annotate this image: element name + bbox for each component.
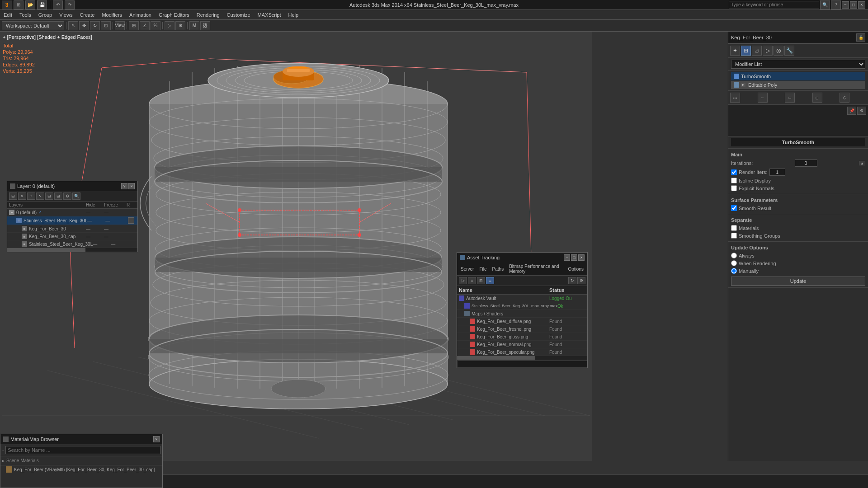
layer-check-keg-30l[interactable] <box>128 217 134 224</box>
layer-tb-options-btn[interactable]: ⚙ <box>63 192 71 200</box>
render-iters-input[interactable] <box>769 169 785 176</box>
menu-animation[interactable]: Animation <box>126 11 155 19</box>
asset-tb-settings-btn[interactable]: ⚙ <box>577 277 585 284</box>
render-iters-checkbox[interactable] <box>731 169 737 175</box>
help-btn[interactable]: ? <box>831 0 841 9</box>
sub-element-icon[interactable]: ⬡ <box>840 93 849 103</box>
editable-poly-expand-icon[interactable]: ▸ <box>741 83 745 87</box>
render-frame-btn[interactable]: 🖼 <box>200 21 210 30</box>
asset-tb-btn3[interactable]: ⊞ <box>477 277 485 284</box>
asset-tracking-titlebar[interactable]: Asset Tracking − □ × <box>457 253 587 263</box>
ref-coord-btn[interactable]: View <box>115 21 125 30</box>
workspace-dropdown[interactable]: Workspace: Default <box>2 21 64 30</box>
update-button[interactable]: Update <box>731 277 865 286</box>
asset-tb-refresh-btn[interactable]: ↻ <box>568 277 576 284</box>
smoothing-groups-checkbox[interactable] <box>731 233 737 239</box>
layer-tb-expand-btn[interactable]: ⊟ <box>45 192 53 200</box>
modifier-list-dropdown[interactable]: Modifier List <box>731 60 865 69</box>
move-btn[interactable]: ✥ <box>79 21 89 30</box>
menu-views[interactable]: Views <box>56 11 76 19</box>
material-search-input[interactable] <box>5 446 160 454</box>
modifier-turbosmooth[interactable]: TurboSmooth <box>731 72 865 80</box>
iterations-input[interactable] <box>795 160 817 167</box>
menu-create[interactable]: Create <box>76 11 98 19</box>
layer-dialog-titlebar[interactable]: Layer: 0 (default) ? × <box>7 181 137 191</box>
scale-btn[interactable]: ⊡ <box>101 21 111 30</box>
panel-icon-motion[interactable]: ▷ <box>763 46 773 56</box>
modifier-editable-poly[interactable]: ▸ Editable Poly <box>731 81 865 89</box>
scene-materials-label[interactable]: ▸ Scene Materials <box>2 458 160 463</box>
title-search[interactable]: Type a keyword or phrase <box>729 1 819 9</box>
asset-scrollbar-h[interactable] <box>457 356 587 360</box>
menu-group[interactable]: Group <box>35 11 56 19</box>
asset-menu-paths[interactable]: Paths <box>490 266 507 272</box>
asset-tb-btn2[interactable]: ≡ <box>468 277 476 284</box>
layer-tb-create-btn[interactable]: ⊞ <box>9 192 17 200</box>
asset-row-diffuse[interactable]: Keg_For_Beer_diffuse.png Found <box>457 318 587 325</box>
panel-icon-hierarchy[interactable]: ⊿ <box>752 46 762 56</box>
asset-tracking-maximize-btn[interactable]: □ <box>571 254 577 261</box>
sub-edge-icon[interactable]: ╌ <box>758 93 768 103</box>
asset-scroll-thumb[interactable] <box>457 356 535 360</box>
smooth-result-checkbox[interactable] <box>731 205 737 211</box>
layer-row-keg-cap[interactable]: ■ Keg_For_Beer_30_cap — — <box>7 233 137 240</box>
layer-scroll-thumb[interactable] <box>7 248 85 252</box>
title-redo-btn[interactable]: ↷ <box>65 0 75 9</box>
menu-modifiers[interactable]: Modifiers <box>98 11 126 19</box>
asset-menu-server[interactable]: Server <box>458 266 476 272</box>
maximize-btn[interactable]: □ <box>850 1 857 9</box>
asset-row-gloss[interactable]: Keg_For_Beer_gloss.png Found <box>457 333 587 341</box>
materials-checkbox[interactable] <box>731 225 737 231</box>
layer-row-keg-30[interactable]: ■ Keg_For_Beer_30 — — <box>7 225 137 233</box>
stack-pin-btn[interactable]: 📌 <box>847 107 856 115</box>
isoline-checkbox[interactable] <box>731 178 737 183</box>
panel-icon-utilities[interactable]: 🔧 <box>784 46 794 56</box>
panel-icon-create[interactable]: ✦ <box>730 46 740 56</box>
asset-menu-bitmap[interactable]: Bitmap Performance and Memory <box>506 263 565 274</box>
asset-tracking-close-btn[interactable]: × <box>578 254 585 261</box>
asset-row-maps[interactable]: Maps / Shaders <box>457 310 587 318</box>
close-btn[interactable]: × <box>858 1 865 9</box>
layer-row-default[interactable]: ≡ 0 (default) ✓ — — <box>7 209 137 216</box>
always-radio[interactable] <box>731 253 737 258</box>
material-browser-titlebar[interactable]: Material/Map Browser × <box>0 434 162 444</box>
asset-path-input[interactable] <box>457 361 587 368</box>
select-btn[interactable]: ↖ <box>68 21 78 30</box>
asset-row-max-file[interactable]: Stainless_Steel_Beer_Keg_30L_max_vray.ma… <box>457 302 587 310</box>
layer-tb-add-btn[interactable]: + <box>27 192 35 200</box>
search-btn[interactable]: 🔍 <box>820 0 830 9</box>
asset-row-normal[interactable]: Keg_For_Beer_normal.png Found <box>457 341 587 348</box>
manually-radio[interactable] <box>731 268 737 274</box>
layer-row-keg-30l-2[interactable]: ■ Stainless_Steel_Beer_Keg_30L — — <box>7 240 137 248</box>
menu-help[interactable]: Help <box>285 11 302 19</box>
rotate-btn[interactable]: ↻ <box>90 21 100 30</box>
menu-tools[interactable]: Tools <box>16 11 35 19</box>
iterations-up-btn[interactable]: ▲ <box>859 161 865 165</box>
sub-poly-icon[interactable]: ◻ <box>812 93 822 103</box>
layer-scrollbar[interactable] <box>7 248 137 252</box>
stack-configure-btn[interactable]: ⚙ <box>857 107 866 115</box>
asset-menu-options[interactable]: Options <box>566 266 586 272</box>
layer-row-keg-30l[interactable]: ≡ Stainless_Steel_Beer_Keg_30L — — <box>7 216 137 225</box>
title-undo-btn[interactable]: ↶ <box>53 0 63 9</box>
menu-customize[interactable]: Customize <box>223 11 254 19</box>
menu-edit[interactable]: Edit <box>0 11 16 19</box>
material-browser-close-btn[interactable]: × <box>153 436 160 442</box>
explicit-normals-checkbox[interactable] <box>731 185 737 191</box>
sub-vertex-icon[interactable]: ••• <box>730 93 740 103</box>
panel-lock-btn[interactable]: 🔒 <box>856 33 865 42</box>
asset-tb-btn4[interactable]: ≣ <box>486 277 494 284</box>
asset-tb-btn1[interactable]: ▷ <box>459 277 467 284</box>
layer-tb-select-btn[interactable]: ↖ <box>36 192 44 200</box>
menu-graph-editors[interactable]: Graph Editors <box>155 11 193 19</box>
panel-icon-display[interactable]: ◎ <box>774 46 783 56</box>
menu-rendering[interactable]: Rendering <box>193 11 223 19</box>
layer-tb-collapse-btn[interactable]: ⊞ <box>54 192 62 200</box>
material-btn[interactable]: M <box>189 21 199 30</box>
asset-row-specular[interactable]: Keg_For_Beer_specular.png Found <box>457 348 587 356</box>
layer-dialog-close-btn[interactable]: × <box>128 183 135 189</box>
sub-border-icon[interactable]: □ <box>785 93 795 103</box>
percent-snap-btn[interactable]: % <box>151 21 160 30</box>
title-file-btn[interactable]: ⊞ <box>14 0 24 9</box>
title-open-btn[interactable]: 📂 <box>25 0 35 9</box>
